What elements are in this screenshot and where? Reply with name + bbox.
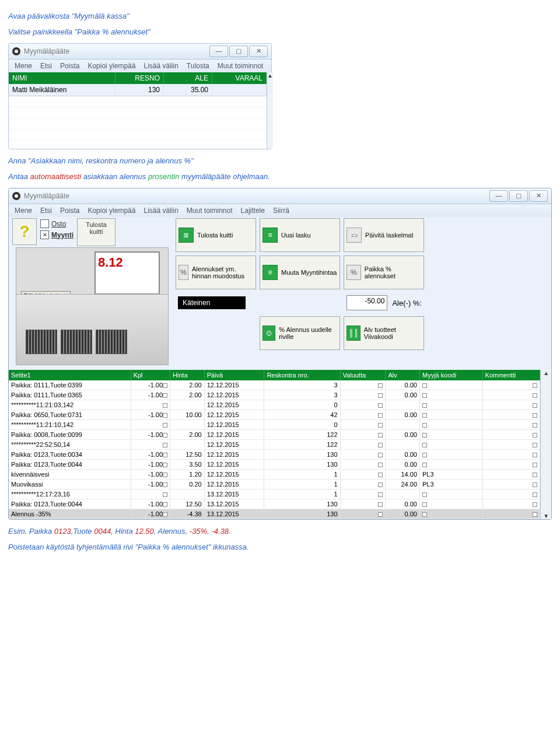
intro-line-2: Valitse painikkeella "Paikka % alennukse…: [8, 27, 552, 36]
t: ": [148, 27, 150, 36]
label: Alennukset ym. hinnan muodostus: [192, 265, 253, 279]
alv-viivakoodi-button[interactable]: ║║Alv tuotteet Viivakoodi: [344, 316, 424, 350]
t: " ikkunassa.: [208, 543, 249, 551]
myynti-checkbox[interactable]: ✕Myynti: [40, 230, 74, 239]
t: Myymälä kassa: [75, 12, 127, 20]
column-header[interactable]: Selite1: [9, 370, 131, 380]
table-row[interactable]: Paikka: 0008,Tuote:0099-1.002.0012.12.20…: [9, 430, 540, 440]
menu-item[interactable]: Mene: [15, 207, 32, 215]
footer-line-2: Poistetaan käytöstä tyhjentämällä rivi "…: [8, 543, 552, 551]
t: ": [191, 156, 194, 165]
menu-item[interactable]: Etsi: [40, 207, 52, 215]
menu-item[interactable]: Kopioi ylempää: [88, 207, 135, 215]
label: Päivitä laskelmat: [365, 232, 414, 239]
t: Asiakkaan nimi, reskontra numero ja alen…: [31, 156, 191, 165]
menu-item[interactable]: Lajittele: [241, 207, 265, 215]
col-resno[interactable]: RESNO: [116, 72, 164, 84]
prosentti-alennus-button[interactable]: ⊙% Alennus uudelle riville: [260, 316, 340, 350]
t: , Hinta: [111, 527, 135, 536]
menu-item[interactable]: Kopioi ylempää: [88, 62, 135, 70]
list-icon: ≡: [262, 228, 278, 243]
minimize-button[interactable]: —: [209, 46, 228, 57]
ale-input[interactable]: -50.00: [346, 295, 387, 310]
document-body: Avaa päävalikosta "Myymälä kassa" Valits…: [0, 0, 560, 563]
table-row[interactable]: Paikka: 0123,Tuote:0044-1.0012.5013.12.2…: [9, 499, 540, 509]
muuta-myyntihintaa-button[interactable]: ≡Muuta Myyntihintaa: [260, 256, 340, 289]
table-row[interactable]: Paikka: 0111,Tuote:0399-1.002.0012.12.20…: [9, 380, 540, 390]
osto-checkbox[interactable]: Osto: [40, 219, 74, 228]
kateinen-label: Käteinen: [178, 296, 246, 309]
grid-header: NIMI RESNO ALE VARAAL: [9, 72, 267, 84]
maximize-button[interactable]: ▢: [229, 46, 248, 57]
menu-item[interactable]: Muut toiminnot: [187, 207, 233, 215]
intro-line-4: Antaa automaattisesti asiakkaan alennus …: [8, 172, 552, 181]
t: Esim. Paikka: [8, 527, 54, 536]
column-header[interactable]: Reskontra nro.: [264, 370, 340, 380]
app-icon: [12, 47, 20, 55]
column-header[interactable]: Kpl: [131, 370, 170, 380]
tulosta-kuitti-left-button[interactable]: Tulosta kuitti: [77, 218, 116, 246]
intro-line-3: Anna "Asiakkaan nimi, reskontra numero j…: [8, 156, 552, 165]
help-button[interactable]: ?: [12, 218, 37, 245]
myynti-label: Myynti: [51, 231, 74, 239]
column-header[interactable]: Päivä: [204, 370, 264, 380]
close-button[interactable]: ✕: [249, 46, 268, 57]
t: 12.50: [135, 527, 154, 536]
menubar: MeneEtsiPoistaKopioi ylempääLisää väliin…: [9, 60, 271, 72]
uusi-lasku-button[interactable]: ≡Uusi lasku: [260, 218, 340, 252]
menu-item[interactable]: Mene: [15, 62, 32, 70]
table-row[interactable]: Alennus -35%-1.00-4.3813.12.20151300.00: [9, 509, 540, 519]
table-row[interactable]: **********11:21:03,14212.12.20150: [9, 400, 540, 410]
paikka-alennukset-button[interactable]: %Paikka % alennukset: [344, 256, 424, 289]
col-ale[interactable]: ALE: [164, 72, 212, 84]
label: % Alennus uudelle riville: [279, 326, 337, 340]
alennukset-button[interactable]: %Alennukset ym. hinnan muodostus: [176, 256, 256, 289]
table-row[interactable]: Paikka: 0123,Tuote:0044-1.003.5012.12.20…: [9, 460, 540, 470]
sales-table[interactable]: Selite1KplHintaPäiväReskontra nro.Valuut…: [9, 370, 540, 519]
table-row[interactable]: kivennäisvesi-1.001.2012.12.2015114.00PL…: [9, 470, 540, 480]
column-header[interactable]: Hinta: [170, 370, 205, 380]
column-header[interactable]: Valuutta: [340, 370, 386, 380]
t: myymäläpääte ohjelmaan.: [179, 172, 270, 181]
percent-icon: ⊙: [262, 326, 275, 341]
table-scrollbar[interactable]: ▲▼: [540, 370, 551, 519]
maximize-button[interactable]: ▢: [509, 190, 528, 202]
t: asiakkaan alennus: [81, 172, 148, 181]
table-row[interactable]: **********11:21:10,14212.12.20150: [9, 420, 540, 430]
table-row[interactable]: Paikka: 0650,Tuote:0731-1.0010.0012.12.2…: [9, 410, 540, 420]
ale-label: Ale(-) %:: [392, 299, 422, 307]
table-row[interactable]: Matti Meikäläinen13035.00: [9, 84, 267, 96]
scrollbar[interactable]: ▲: [267, 72, 273, 149]
label: Uusi lasku: [281, 232, 311, 239]
label: Paikka % alennukset: [365, 265, 421, 279]
table-row[interactable]: Paikka: 0111,Tuote:0365-1.002.0012.12.20…: [9, 390, 540, 400]
table-row[interactable]: Paikka: 0123,Tuote:0034-1.0012.5012.12.2…: [9, 450, 540, 460]
col-varaal[interactable]: VARAAL: [212, 72, 267, 84]
close-button[interactable]: ✕: [529, 190, 548, 202]
list-icon: ≡: [262, 265, 278, 280]
table-row[interactable]: Muovikassi-1.000.2012.12.2015124.00PL3: [9, 480, 540, 489]
t: -35%: [190, 527, 207, 536]
blank-rows: [9, 96, 267, 149]
menu-item[interactable]: Tulosta: [187, 62, 209, 70]
menu-item[interactable]: Muut toiminnot: [218, 62, 264, 70]
table-row[interactable]: **********12:17:23,1613.12.20151: [9, 489, 540, 499]
menu-item[interactable]: Siirrä: [273, 207, 289, 215]
column-header[interactable]: Alv: [386, 370, 420, 380]
paivita-laskelmat-button[interactable]: ▭Päivitä laskelmat: [344, 218, 424, 252]
menu-item[interactable]: Lisää väliin: [144, 207, 178, 215]
column-header[interactable]: Myyjä koodi: [420, 370, 483, 380]
calculator-icon: ▭: [346, 228, 362, 243]
column-header[interactable]: Kommentti: [482, 370, 540, 380]
tulosta-kuitti-button[interactable]: ≣Tulosta kuitti: [176, 218, 256, 252]
menu-item[interactable]: Poista: [60, 62, 79, 70]
menu-item[interactable]: Etsi: [40, 62, 52, 70]
app-icon: [12, 192, 20, 200]
menu-item[interactable]: Lisää väliin: [144, 62, 178, 70]
titlebar: Myymäläpääte — ▢ ✕: [9, 188, 551, 204]
table-row[interactable]: **********22:52:50,1412.12.2015122: [9, 440, 540, 450]
menu-item[interactable]: Poista: [60, 207, 79, 215]
minimize-button[interactable]: —: [489, 190, 508, 202]
col-nimi[interactable]: NIMI: [9, 72, 116, 84]
t: automaattisesti: [30, 172, 81, 181]
